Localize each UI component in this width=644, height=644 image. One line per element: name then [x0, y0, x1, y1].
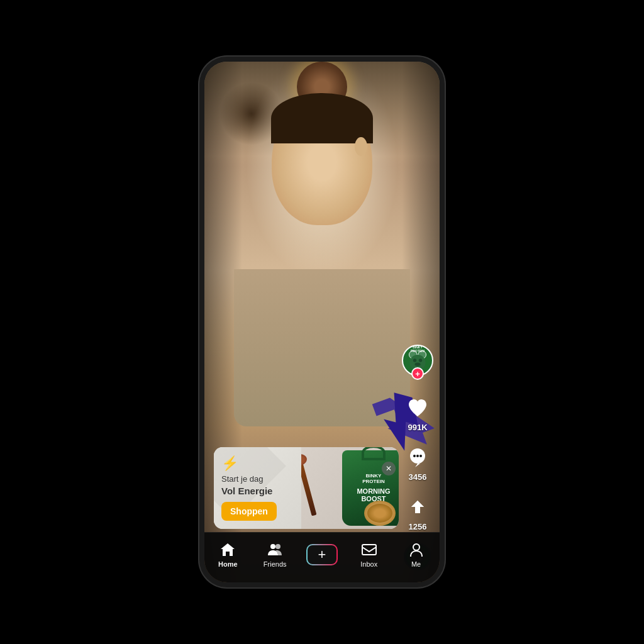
ad-card: ⚡ Start je dag Vol Energie Shoppen BINKY… [214, 447, 399, 529]
creator-name-overlay: BINKYPROTEIN [402, 346, 433, 353]
comment-count: 3456 [409, 472, 427, 482]
svg-rect-13 [362, 545, 376, 555]
nav-home[interactable]: Home [211, 541, 245, 568]
me-icon [408, 541, 425, 558]
svg-point-12 [275, 544, 280, 549]
svg-point-11 [270, 544, 275, 549]
ad-card-left: ⚡ Start je dag Vol Energie Shoppen [214, 447, 301, 529]
hair [271, 93, 373, 143]
create-button[interactable]: + [306, 544, 338, 565]
ad-shop-button[interactable]: Shoppen [221, 502, 277, 521]
product-brand: BINKYPROTEIN [362, 474, 385, 485]
svg-point-8 [413, 455, 416, 457]
nav-inbox[interactable]: Inbox [352, 541, 386, 568]
like-action[interactable]: 991K [404, 394, 431, 432]
inbox-label: Inbox [360, 560, 377, 568]
home-label: Home [218, 560, 238, 568]
like-icon [404, 394, 431, 421]
comment-icon [404, 443, 431, 471]
lightning-icon: ⚡ [221, 455, 294, 472]
share-icon [404, 493, 431, 521]
like-count: 991K [408, 423, 427, 432]
right-ear [355, 137, 367, 156]
nav-create[interactable]: + [304, 544, 339, 565]
product-name: MORNINGBOOST [357, 487, 390, 502]
svg-point-9 [416, 455, 419, 457]
nav-me[interactable]: Me [399, 541, 433, 568]
svg-point-14 [413, 544, 419, 550]
ad-close-button[interactable]: ✕ [382, 462, 396, 475]
me-label: Me [411, 560, 421, 568]
ad-card-right: BINKYPROTEIN MORNINGBOOST [301, 447, 399, 529]
food-bowl [364, 501, 396, 526]
product-spoon [301, 460, 317, 516]
svg-point-10 [419, 455, 422, 457]
friends-icon [266, 541, 284, 558]
follow-plus-button[interactable]: + [411, 367, 424, 380]
creator-avatar-container[interactable]: + BINKYPROTEIN [402, 345, 433, 376]
bottom-nav: Home Friends + [204, 532, 440, 582]
friends-label: Friends [264, 560, 287, 568]
svg-point-4 [413, 358, 416, 362]
nav-friends[interactable]: Friends [258, 541, 292, 568]
phone-frame: Sponsored ✕ ⚡ Start je dag Vol Energie S… [199, 57, 445, 587]
face-area [259, 87, 385, 275]
share-count: 1256 [409, 522, 427, 531]
comment-action[interactable]: 3456 [404, 443, 431, 482]
svg-point-6 [415, 363, 421, 366]
home-icon [219, 541, 236, 558]
ad-tagline: Start je dag Vol Energie [221, 474, 294, 497]
inbox-icon [360, 541, 378, 558]
plus-icon: + [318, 548, 326, 562]
video-background: Sponsored ✕ ⚡ Start je dag Vol Energie S… [204, 62, 440, 582]
share-action[interactable]: 1256 [404, 493, 431, 531]
svg-point-5 [419, 358, 422, 362]
